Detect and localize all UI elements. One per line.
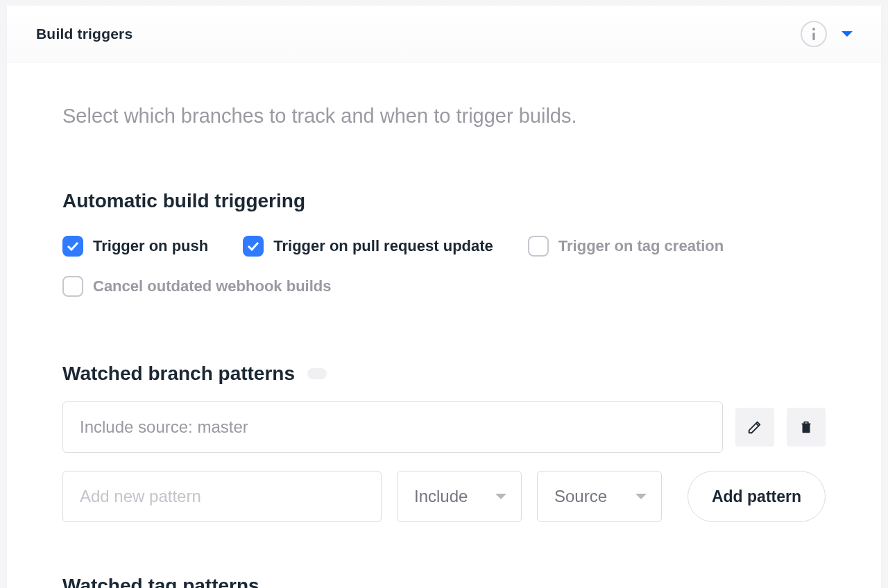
section-title-automatic: Automatic build triggering bbox=[62, 190, 826, 212]
target-select[interactable]: Source bbox=[537, 471, 662, 522]
info-icon[interactable] bbox=[801, 21, 827, 47]
panel-header: Build triggers bbox=[7, 6, 881, 63]
build-triggers-panel: Build triggers Select which branches to … bbox=[7, 6, 881, 588]
section-title-tag-patterns: Watched tag patterns bbox=[62, 575, 826, 588]
checkbox-label: Trigger on pull request update bbox=[273, 237, 493, 255]
section-title-branch-patterns: Watched branch patterns bbox=[62, 363, 295, 385]
collapse-toggle[interactable] bbox=[841, 30, 853, 38]
filter-select-value: Include bbox=[414, 487, 468, 506]
checkbox-icon bbox=[528, 236, 549, 257]
trash-icon bbox=[799, 420, 814, 435]
add-branch-pattern-row: Include Source Add pattern bbox=[62, 471, 826, 522]
svg-rect-2 bbox=[803, 424, 809, 432]
checkbox-label: Cancel outdated webhook builds bbox=[93, 277, 331, 295]
chevron-down-icon bbox=[495, 492, 507, 501]
chevron-down-icon bbox=[635, 492, 647, 501]
filter-select[interactable]: Include bbox=[397, 471, 522, 522]
panel-body: Select which branches to track and when … bbox=[7, 63, 881, 588]
pencil-icon bbox=[747, 420, 762, 435]
panel-description: Select which branches to track and when … bbox=[62, 105, 826, 128]
branch-pattern-display: Include source: master bbox=[62, 401, 723, 453]
target-select-value: Source bbox=[554, 487, 607, 506]
checkbox-trigger-on-pr-update[interactable]: Trigger on pull request update bbox=[243, 236, 493, 257]
svg-rect-1 bbox=[812, 33, 814, 40]
delete-pattern-button[interactable] bbox=[787, 408, 826, 447]
branch-pattern-row: Include source: master bbox=[62, 401, 826, 453]
add-pattern-button[interactable]: Add pattern bbox=[688, 471, 826, 522]
checkbox-icon bbox=[62, 236, 83, 257]
checkbox-trigger-on-tag[interactable]: Trigger on tag creation bbox=[528, 236, 724, 257]
checkbox-label: Trigger on push bbox=[93, 237, 208, 255]
svg-point-0 bbox=[812, 28, 815, 31]
new-pattern-input[interactable] bbox=[62, 471, 382, 522]
section-title-branch-patterns-row: Watched branch patterns bbox=[62, 363, 826, 385]
checkbox-trigger-on-push[interactable]: Trigger on push bbox=[62, 236, 208, 257]
header-actions bbox=[801, 21, 853, 47]
checkbox-icon bbox=[62, 276, 83, 297]
edit-pattern-button[interactable] bbox=[735, 408, 774, 447]
badge-placeholder bbox=[307, 368, 327, 379]
automatic-triggering-options: Trigger on push Trigger on pull request … bbox=[62, 236, 826, 297]
checkbox-cancel-outdated[interactable]: Cancel outdated webhook builds bbox=[62, 276, 826, 297]
checkbox-label: Trigger on tag creation bbox=[558, 237, 724, 255]
panel-title: Build triggers bbox=[36, 26, 133, 42]
checkbox-icon bbox=[243, 236, 264, 257]
